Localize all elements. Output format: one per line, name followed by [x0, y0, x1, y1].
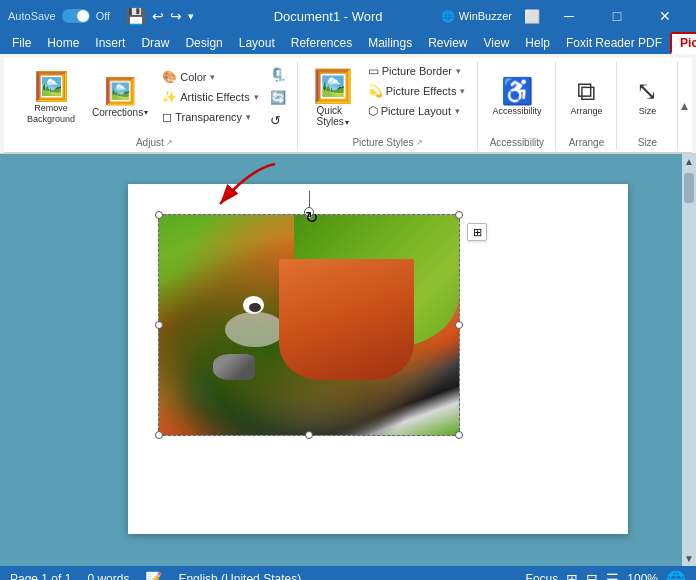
document-page: ↻ ⊞: [128, 184, 628, 534]
toggle-knob: [77, 10, 89, 22]
menu-view[interactable]: View: [476, 34, 518, 52]
rotate-handle[interactable]: ↻: [304, 191, 314, 217]
artistic-effects-button[interactable]: ✨ Artistic Effects ▾: [158, 88, 262, 106]
winbuzzer-button[interactable]: 🌐 WinBuzzer: [435, 8, 518, 25]
artistic-effects-icon: ✨: [162, 90, 177, 104]
view-normal-icon[interactable]: ⊞: [566, 571, 578, 580]
picture-border-button[interactable]: ▭ Picture Border ▾: [364, 62, 470, 80]
quick-styles-icon: 🖼️: [313, 67, 353, 105]
menu-review[interactable]: Review: [420, 34, 475, 52]
scroll-down-arrow[interactable]: ▼: [682, 551, 696, 566]
quick-styles-label: QuickStyles: [317, 105, 344, 127]
scroll-thumb[interactable]: [684, 173, 694, 203]
view-web-icon[interactable]: ⊟: [586, 571, 598, 580]
transparency-button[interactable]: ◻ Transparency ▾: [158, 108, 262, 126]
corrections-button[interactable]: 🖼️ Corrections ▾: [86, 72, 154, 122]
layout-options-button[interactable]: ⊞: [467, 223, 487, 241]
ribbon-group-arrange: ⧉ Arrange Arrange: [556, 62, 617, 150]
arrange-button[interactable]: ⧉ Arrange: [564, 74, 608, 120]
adjust-right-col: 🎨 Color ▾ ✨ Artistic Effects ▾ ◻ Transpa…: [158, 68, 262, 126]
layout-icon: ⬡: [368, 104, 378, 118]
ribbon: 🖼️ RemoveBackground 🖼️ Corrections ▾: [0, 54, 696, 154]
view-reader-icon[interactable]: ☰: [606, 571, 619, 580]
redo-icon[interactable]: ↪: [170, 8, 182, 24]
parrot-image: [159, 215, 459, 435]
menu-mailings[interactable]: Mailings: [360, 34, 420, 52]
close-button[interactable]: ✕: [642, 0, 688, 32]
compress-icon: 🗜️: [270, 67, 286, 82]
reset-picture-button[interactable]: ↺: [267, 110, 289, 131]
border-icon: ▭: [368, 64, 379, 78]
layout-dropdown: ▾: [455, 106, 460, 116]
menu-references[interactable]: References: [283, 34, 360, 52]
menu-insert[interactable]: Insert: [87, 34, 133, 52]
autosave-toggle[interactable]: [62, 9, 90, 23]
proofing-icon[interactable]: 📝: [145, 571, 162, 580]
change-picture-button[interactable]: 🔄: [267, 87, 289, 108]
title-right: 🌐 WinBuzzer ⬜ ─ □ ✕: [435, 0, 688, 32]
undo-icon[interactable]: ↩: [152, 8, 164, 24]
effects-icon: 💫: [368, 84, 383, 98]
ribbon-scroll-up[interactable]: ▲: [678, 99, 690, 113]
picture-effects-button[interactable]: 💫 Picture Effects ▾: [364, 82, 470, 100]
scroll-up-arrow[interactable]: ▲: [682, 154, 696, 169]
menu-home[interactable]: Home: [39, 34, 87, 52]
accessibility-icon: ♿: [501, 78, 533, 104]
styles-group-content: 🖼️ QuickStyles ▾ ▭ Picture Border ▾ 💫 Pi…: [306, 62, 470, 134]
menu-help[interactable]: Help: [517, 34, 558, 52]
size-button[interactable]: ⤡ Size: [625, 74, 669, 120]
change-picture-icon: 🔄: [270, 90, 286, 105]
autosave-label: AutoSave: [8, 10, 56, 22]
winbuzzer-label: WinBuzzer: [459, 10, 512, 22]
ribbon-scroll: ▲: [678, 62, 690, 150]
maximize-button[interactable]: □: [594, 0, 640, 32]
color-dropdown-icon: ▾: [210, 72, 215, 82]
size-label: Size: [639, 106, 657, 116]
focus-label[interactable]: Focus: [526, 572, 559, 580]
picture-styles-label-text: Picture Styles: [352, 137, 413, 148]
corrections-dropdown-icon: ▾: [144, 108, 148, 117]
picture-layout-button[interactable]: ⬡ Picture Layout ▾: [364, 102, 470, 120]
ribbon-display-icon[interactable]: ⬜: [520, 9, 544, 24]
document-title: Document1 - Word: [274, 9, 383, 24]
adjust-expand-icon[interactable]: ↗: [166, 138, 173, 147]
layout-label: Picture Layout: [381, 105, 451, 117]
styles-expand-icon[interactable]: ↗: [416, 138, 423, 147]
page-info: Page 1 of 1: [10, 572, 71, 580]
menu-design[interactable]: Design: [177, 34, 230, 52]
title-center: Document1 - Word: [221, 9, 434, 24]
parrot-image-container[interactable]: ↻ ⊞: [158, 214, 460, 436]
arrange-group-content: ⧉ Arrange: [564, 62, 608, 134]
transparency-icon: ◻: [162, 110, 172, 124]
styles-right-col: ▭ Picture Border ▾ 💫 Picture Effects ▾ ⬡…: [364, 62, 470, 120]
quick-styles-dropdown: ▾: [345, 118, 349, 127]
remove-bg-icon: 🖼️: [34, 70, 69, 103]
color-icon: 🎨: [162, 70, 177, 84]
corrections-label: Corrections: [92, 107, 143, 118]
minimize-button[interactable]: ─: [546, 0, 592, 32]
menu-foxit[interactable]: Foxit Reader PDF: [558, 34, 670, 52]
menu-layout[interactable]: Layout: [231, 34, 283, 52]
compress-button[interactable]: 🗜️: [267, 64, 289, 85]
ribbon-content: 🖼️ RemoveBackground 🖼️ Corrections ▾: [4, 58, 692, 153]
remove-background-button[interactable]: 🖼️ RemoveBackground: [20, 65, 82, 130]
zoom-pct: 100%: [627, 572, 658, 580]
arrange-icon: ⧉: [577, 78, 596, 104]
accessibility-button[interactable]: ♿ Accessibility: [486, 74, 547, 120]
menu-file[interactable]: File: [4, 34, 39, 52]
accessibility-group-label: Accessibility: [486, 134, 547, 150]
arrange-label: Arrange: [570, 106, 602, 116]
size-icon: ⤡: [636, 78, 658, 104]
save-icon[interactable]: 💾: [126, 7, 146, 26]
document-area: ↻ ⊞ ▲ ▼: [0, 154, 696, 566]
adjust-group-label: Adjust ↗: [20, 134, 289, 150]
quick-styles-button[interactable]: 🖼️ QuickStyles ▾: [306, 62, 360, 132]
transparency-label: Transparency: [175, 111, 242, 123]
customize-icon[interactable]: ▾: [188, 10, 194, 23]
arrange-group-label: Arrange: [564, 134, 608, 150]
menu-draw[interactable]: Draw: [133, 34, 177, 52]
menu-picture-format[interactable]: Picture Format: [670, 32, 696, 54]
picture-styles-label: Picture Styles ↗: [306, 134, 470, 150]
language[interactable]: English (United States): [178, 572, 301, 580]
color-button[interactable]: 🎨 Color ▾: [158, 68, 262, 86]
